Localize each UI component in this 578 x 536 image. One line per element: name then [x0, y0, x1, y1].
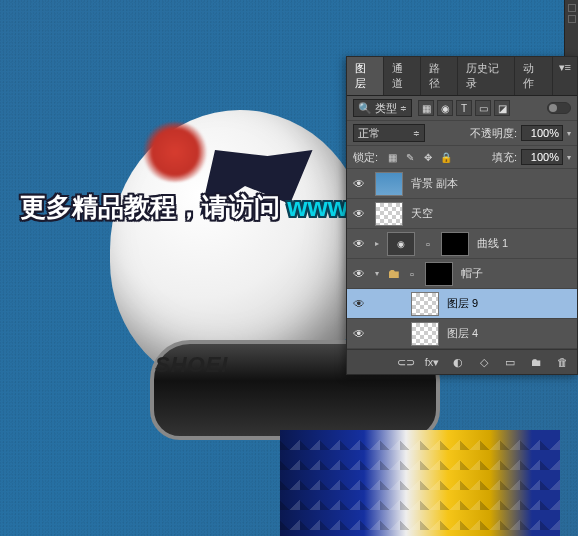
filter-pixel-icon[interactable]: ▦: [418, 100, 434, 116]
layer-row[interactable]: 👁 背景 副本: [347, 169, 577, 199]
link-layers-icon[interactable]: ⊂⊃: [397, 354, 415, 370]
layer-thumb[interactable]: [375, 172, 403, 196]
lock-all-icon[interactable]: 🔒: [438, 149, 454, 165]
layers-panel: 图层 通道 路径 历史记录 动作 ▾≡ 🔍 类型 ≑ ▦ ◉ T ▭ ◪ 正常 …: [346, 56, 578, 375]
blend-mode-select[interactable]: 正常 ≑: [353, 124, 425, 142]
layers-list: 👁 背景 副本 👁 天空 👁 ▸ ◉ ▫ 曲线 1 👁 ▾ 🖿 ▫ 帽子 👁: [347, 169, 577, 349]
layer-thumb[interactable]: [411, 292, 439, 316]
visibility-icon[interactable]: 👁: [347, 267, 371, 281]
disclosure-icon[interactable]: ▾: [371, 269, 383, 278]
layer-row-selected[interactable]: 👁 图层 9: [347, 289, 577, 319]
search-icon: 🔍: [358, 102, 372, 115]
toggle-knob: [549, 104, 557, 112]
filter-smart-icon[interactable]: ◪: [494, 100, 510, 116]
tab-channels[interactable]: 通道: [384, 57, 421, 95]
lock-label: 锁定:: [353, 150, 378, 165]
panel-rail: [564, 0, 578, 56]
rail-dot: [568, 15, 576, 23]
layer-row[interactable]: 👁 图层 4: [347, 319, 577, 349]
visibility-icon[interactable]: 👁: [347, 207, 371, 221]
layer-name[interactable]: 图层 9: [443, 296, 577, 311]
mask-thumb[interactable]: [425, 262, 453, 286]
chevron-down-icon[interactable]: ▾: [567, 153, 571, 162]
layer-name[interactable]: 图层 4: [443, 326, 577, 341]
mask-icon[interactable]: ◐: [449, 354, 467, 370]
tab-actions[interactable]: 动作: [515, 57, 552, 95]
blend-row: 正常 ≑ 不透明度: 100% ▾: [347, 121, 577, 146]
opacity-label: 不透明度:: [470, 126, 517, 141]
layer-name[interactable]: 天空: [407, 206, 577, 221]
layer-name[interactable]: 帽子: [457, 266, 577, 281]
panel-footer: ⊂⊃ fx▾ ◐ ◇ ▭ 🖿 🗑: [347, 349, 577, 374]
filter-text-icon[interactable]: T: [456, 100, 472, 116]
filter-row: 🔍 类型 ≑ ▦ ◉ T ▭ ◪: [347, 96, 577, 121]
filter-toggle[interactable]: [547, 102, 571, 114]
filter-type-select[interactable]: 🔍 类型 ≑: [353, 99, 412, 117]
fill-label: 填充:: [492, 150, 517, 165]
layer-row[interactable]: 👁 天空: [347, 199, 577, 229]
layer-name[interactable]: 曲线 1: [473, 236, 577, 251]
watermark-white: 更多精品教程，请访问: [20, 192, 287, 222]
rail-dot: [568, 4, 576, 12]
link-icon: ▫: [419, 238, 437, 250]
layer-name[interactable]: 背景 副本: [407, 176, 577, 191]
delete-icon[interactable]: 🗑: [553, 354, 571, 370]
lock-row: 锁定: ▦ ✎ ✥ 🔒 填充: 100% ▾: [347, 146, 577, 169]
lock-paint-icon[interactable]: ✎: [402, 149, 418, 165]
adjustment-thumb[interactable]: ◉: [387, 232, 415, 256]
chevron-down-icon: ≑: [400, 104, 407, 113]
mask-thumb[interactable]: [441, 232, 469, 256]
lock-icons: ▦ ✎ ✥ 🔒: [384, 149, 454, 165]
panel-menu-icon[interactable]: ▾≡: [553, 57, 577, 95]
visibility-icon[interactable]: 👁: [347, 177, 371, 191]
visibility-icon[interactable]: 👁: [347, 297, 371, 311]
helmet-brand-text: SHOEI: [155, 352, 228, 378]
group-icon[interactable]: ▭: [501, 354, 519, 370]
filter-adjust-icon[interactable]: ◉: [437, 100, 453, 116]
opacity-input[interactable]: 100%: [521, 125, 563, 141]
layer-thumb[interactable]: [411, 322, 439, 346]
filter-label: 类型: [375, 101, 397, 116]
blend-mode-value: 正常: [358, 126, 380, 141]
chevron-down-icon: ≑: [413, 129, 420, 138]
tab-layers[interactable]: 图层: [347, 57, 384, 95]
layer-thumb[interactable]: [375, 202, 403, 226]
lock-position-icon[interactable]: ✥: [420, 149, 436, 165]
disclosure-icon[interactable]: ▸: [371, 239, 383, 248]
fx-icon[interactable]: fx▾: [423, 354, 441, 370]
folder-icon: 🖿: [383, 266, 403, 281]
tab-history[interactable]: 历史记录: [458, 57, 515, 95]
layer-group-row[interactable]: 👁 ▾ 🖿 ▫ 帽子: [347, 259, 577, 289]
adjustment-icon[interactable]: ◇: [475, 354, 493, 370]
filter-shape-icon[interactable]: ▭: [475, 100, 491, 116]
panel-tabs: 图层 通道 路径 历史记录 动作 ▾≡: [347, 57, 577, 96]
tab-paths[interactable]: 路径: [421, 57, 458, 95]
lock-transparent-icon[interactable]: ▦: [384, 149, 400, 165]
fill-input[interactable]: 100%: [521, 149, 563, 165]
visibility-icon[interactable]: 👁: [347, 327, 371, 341]
new-layer-icon[interactable]: 🖿: [527, 354, 545, 370]
suit-graphic: [280, 430, 560, 536]
filter-icons: ▦ ◉ T ▭ ◪: [418, 100, 510, 116]
chevron-down-icon[interactable]: ▾: [567, 129, 571, 138]
layer-row[interactable]: 👁 ▸ ◉ ▫ 曲线 1: [347, 229, 577, 259]
link-icon: ▫: [403, 268, 421, 280]
visibility-icon[interactable]: 👁: [347, 237, 371, 251]
